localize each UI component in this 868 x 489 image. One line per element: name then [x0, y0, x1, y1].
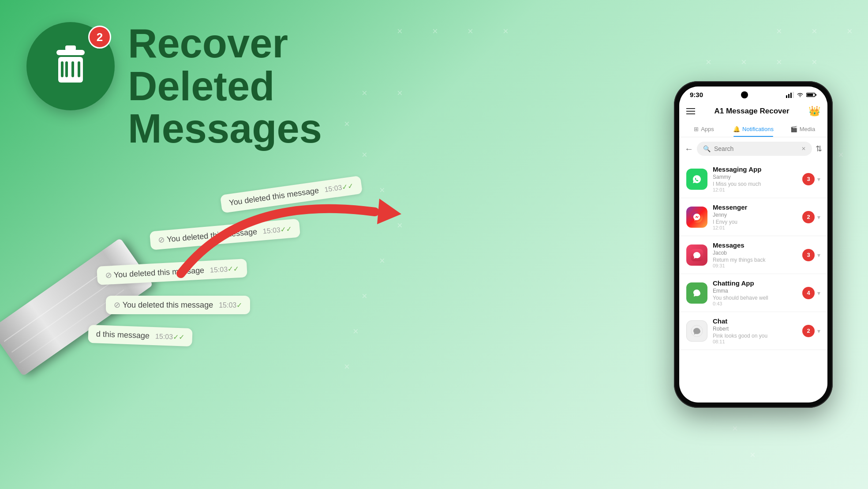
messaging-app-time: 12:01: [713, 187, 797, 192]
chatting-badge: 4: [802, 287, 815, 299]
tab-media[interactable]: 🎬 Media: [778, 121, 827, 137]
svg-rect-15: [816, 94, 816, 96]
messaging-badge: 3: [802, 173, 815, 185]
messenger-app-icon: [686, 207, 707, 228]
chatting-app-right: 4 ▾: [802, 287, 820, 299]
app-header: A1 Message Recover 👑: [679, 101, 827, 121]
app-item-messaging[interactable]: Messaging App Sammy I Miss you soo much …: [679, 160, 827, 198]
messaging-app-msg: I Miss you soo much: [713, 181, 797, 187]
app-item-messages[interactable]: Messages Jacob Return my things back 09:…: [679, 236, 827, 274]
apps-tab-label: Apps: [701, 126, 714, 132]
tab-notifications[interactable]: 🔔 Notifications: [729, 121, 778, 137]
status-time: 9:30: [690, 91, 703, 98]
chat-app-icon: [686, 320, 707, 342]
messenger-app-time: 12:01: [713, 225, 797, 230]
messenger-app-info: Messenger Jenny I Envy you 12:01: [713, 203, 797, 230]
whatsapp-icon-svg: [691, 173, 703, 185]
svg-rect-9: [786, 95, 787, 98]
svg-rect-7: [78, 61, 80, 77]
media-tab-label: Media: [800, 126, 815, 132]
messages-chevron[interactable]: ▾: [817, 252, 820, 259]
messages-app-info: Messages Jacob Return my things back 09:…: [713, 241, 797, 268]
app-icon: 2: [26, 22, 115, 110]
status-bar: 9:30: [679, 87, 827, 101]
bubbles-area: You deleted this message 15:03✓✓ ⊘ You d…: [53, 177, 406, 353]
clear-icon[interactable]: ✕: [801, 146, 806, 152]
chat-app-info: Chat Robert Pink looks good on you 08:11: [713, 317, 797, 344]
messenger-icon-svg: [691, 211, 703, 223]
messages-app-contact: Jacob: [713, 250, 797, 256]
chat-badge: 2: [802, 325, 815, 337]
chatting-app-contact: Emma: [713, 288, 797, 294]
badge-count: 2: [97, 30, 103, 44]
messaging-chevron[interactable]: ▾: [817, 176, 820, 183]
chat-chevron[interactable]: ▾: [817, 327, 820, 335]
chatting-chevron[interactable]: ▾: [817, 290, 820, 297]
notif-tab-label: Notifications: [742, 126, 774, 132]
chatting-app-icon: [686, 282, 707, 304]
svg-rect-3: [65, 61, 68, 77]
messenger-app-msg: I Envy you: [713, 219, 797, 225]
messaging-app-icon: [686, 169, 707, 190]
title-line2: Messages: [128, 106, 322, 151]
svg-rect-4: [71, 61, 74, 77]
svg-point-17: [691, 211, 703, 223]
bubble-5: d this message 15:03✓✓: [88, 325, 192, 346]
chat-icon-svg: [691, 325, 703, 337]
media-tab-icon: 🎬: [790, 126, 797, 132]
app-item-chat[interactable]: Chat Robert Pink looks good on you 08:11…: [679, 312, 827, 350]
messages-app-right: 3 ▾: [802, 249, 820, 261]
messaging-app-contact: Sammy: [713, 174, 797, 180]
chatting-app-name: Chatting App: [713, 279, 797, 287]
search-input[interactable]: [714, 145, 798, 152]
app-icon-wrap: 2 Recover Deleted Messages: [26, 22, 388, 150]
left-section: 2 Recover Deleted Messages: [26, 22, 388, 159]
messaging-app-info: Messaging App Sammy I Miss you soo much …: [713, 166, 797, 192]
trash-svg: [46, 42, 95, 90]
messaging-app-right: 3 ▾: [802, 173, 820, 185]
search-input-box[interactable]: 🔍 ✕: [697, 142, 812, 156]
messenger-chevron[interactable]: ▾: [817, 214, 820, 221]
title-text: Recover Deleted Messages: [128, 22, 388, 150]
battery-icon: [806, 92, 817, 98]
chat-app-contact: Robert: [713, 326, 797, 332]
tab-apps[interactable]: ⊞ Apps: [679, 121, 729, 137]
messages-icon-svg: [691, 249, 703, 261]
messenger-app-name: Messenger: [713, 203, 797, 211]
menu-button[interactable]: [686, 108, 695, 114]
notification-badge: 2: [88, 26, 111, 49]
app-item-chatting[interactable]: Chatting App Emma You should behave well…: [679, 274, 827, 312]
camera-notch: [741, 91, 748, 98]
svg-rect-1: [65, 45, 76, 51]
chat-app-msg: Pink looks good on you: [713, 333, 797, 339]
bubble-2: ⊘ You deleted this message 15:03✓✓: [150, 218, 301, 250]
phone-frame: 9:30: [674, 81, 833, 408]
messages-app-name: Messages: [713, 241, 797, 249]
messenger-app-contact: Jenny: [713, 212, 797, 218]
signal-icon: [786, 92, 794, 98]
chatting-app-msg: You should behave well: [713, 295, 797, 301]
search-bar-wrap: ← 🔍 ✕ ⇅: [679, 137, 827, 160]
app-list: Messaging App Sammy I Miss you soo much …: [679, 160, 827, 402]
sort-button[interactable]: ⇅: [816, 144, 822, 154]
back-button[interactable]: ←: [685, 144, 693, 154]
messages-app-time: 09:31: [713, 263, 797, 268]
apps-tab-icon: ⊞: [694, 126, 699, 132]
chatting-app-info: Chatting App Emma You should behave well…: [713, 279, 797, 306]
page-title-line1: Recover Deleted Messages: [128, 22, 388, 150]
chat-app-right: 2 ▾: [802, 325, 820, 337]
messages-app-icon: [686, 244, 707, 266]
tabs-bar: ⊞ Apps 🔔 Notifications 🎬 Media: [679, 121, 827, 137]
svg-rect-11: [790, 93, 792, 98]
messenger-app-right: 2 ▾: [802, 211, 820, 223]
phone-wrap: 9:30: [674, 13, 842, 476]
app-item-messenger[interactable]: Messenger Jenny I Envy you 12:01 2 ▾: [679, 198, 827, 236]
app-title: A1 Message Recover: [714, 107, 789, 116]
bubble-1: You deleted this message 15:03✓✓: [220, 176, 363, 213]
bubble-4: ⊘ You deleted this message 15:03✓: [106, 296, 250, 314]
svg-rect-14: [807, 94, 813, 96]
messages-badge: 3: [802, 249, 815, 261]
chatting-app-time: 0:43: [713, 301, 797, 306]
messages-app-msg: Return my things back: [713, 257, 797, 263]
messaging-app-name: Messaging App: [713, 166, 797, 173]
